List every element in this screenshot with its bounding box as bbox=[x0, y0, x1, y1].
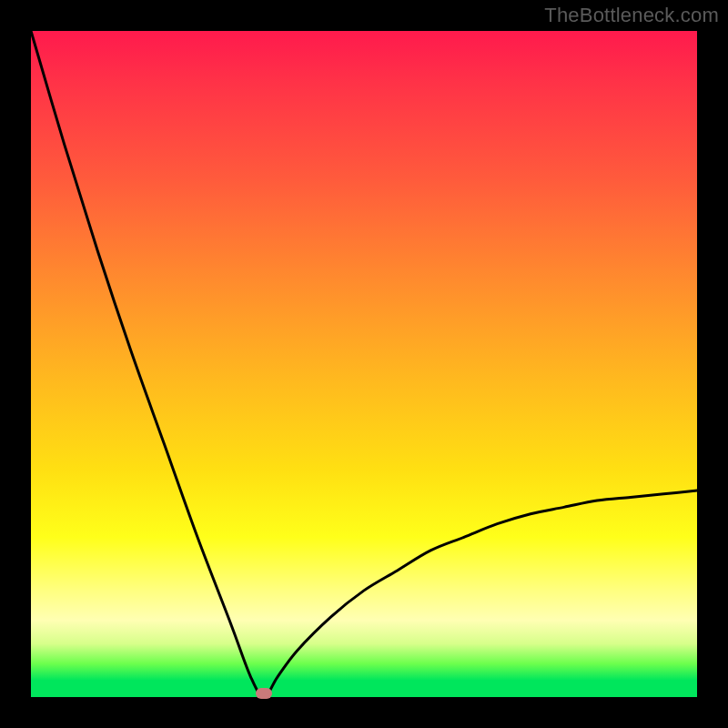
bottleneck-curve bbox=[31, 31, 697, 697]
curve-svg bbox=[31, 31, 697, 697]
optimal-marker bbox=[256, 688, 272, 699]
watermark-text: TheBottleneck.com bbox=[544, 4, 719, 27]
plot-area bbox=[31, 31, 697, 697]
chart-frame: TheBottleneck.com bbox=[0, 0, 728, 728]
